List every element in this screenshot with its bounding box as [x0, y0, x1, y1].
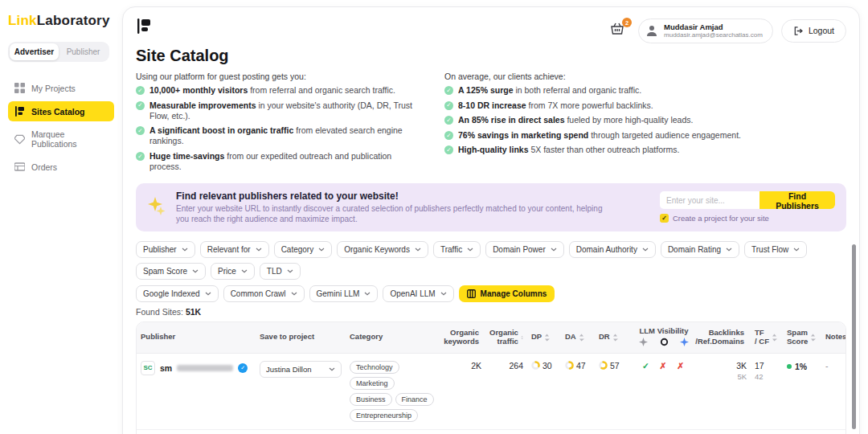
cart-button[interactable]: 2 [609, 21, 630, 40]
banner-controls: Find Publishers ✓ Create a project for y… [660, 191, 835, 223]
filter-tld[interactable]: TLD [260, 263, 301, 280]
gem-icon [14, 134, 25, 145]
col-header-organic-keywords[interactable]: Organic keywords [442, 322, 485, 353]
backlinks-cell: 3K5K [699, 353, 751, 429]
flag-icon [14, 106, 25, 117]
app-logo: LinkLaboratory [8, 13, 114, 29]
filter-price[interactable]: Price [211, 263, 255, 280]
green-check-icon: ✓ [444, 101, 453, 110]
sidebar-item-my-projects[interactable]: My Projects [8, 78, 114, 98]
filter-label: Domain Power [493, 245, 546, 254]
filter-common-crawl[interactable]: Common Crawl [223, 285, 305, 302]
category-pill: Business [350, 393, 392, 406]
toggle-publisher[interactable]: Publisher [59, 43, 108, 60]
benefit-item: ✓A 125% surge in both referral and organ… [444, 85, 846, 96]
user-info: Muddasir Amjad muddasir.amjad@searchatla… [664, 23, 763, 39]
manage-columns-button[interactable]: Manage Columns [459, 285, 555, 302]
benefits-right-list: ✓A 125% surge in both referral and organ… [444, 85, 846, 156]
green-check-icon: ✓ [136, 126, 145, 135]
sort-icon[interactable] [544, 334, 550, 342]
logout-button[interactable]: Logout [781, 19, 846, 43]
chevron-down-icon [287, 269, 293, 273]
green-check-icon: ✓ [444, 116, 453, 125]
benefit-text: 76% savings in marketing spend through t… [458, 130, 741, 141]
sparkle-icon [147, 195, 166, 219]
col-label: LLM Visibility [633, 327, 695, 336]
sort-icon[interactable] [521, 334, 523, 342]
notes-cell: - [821, 353, 846, 429]
col-header-notes: Notes [821, 322, 846, 353]
filter-domain-power[interactable]: Domain Power [485, 241, 564, 258]
chevron-down-icon [726, 248, 732, 252]
col-header-tf-cf[interactable]: TF / CF [751, 322, 783, 353]
find-publishers-button[interactable]: Find Publishers [760, 191, 835, 209]
publisher-name: sm [160, 363, 172, 373]
filter-label: OpenAI LLM [390, 289, 435, 298]
col-header-dr[interactable]: DR [595, 322, 628, 353]
green-check-icon: ✓ [444, 86, 453, 95]
filter-label: Relevant for [207, 245, 251, 254]
sort-icon[interactable] [772, 334, 777, 342]
sort-icon[interactable] [579, 334, 584, 342]
user-menu[interactable]: Muddasir Amjad muddasir.amjad@searchatla… [638, 18, 773, 43]
col-header-dp[interactable]: DP [527, 322, 561, 353]
sort-icon[interactable] [612, 334, 618, 342]
category-pill: Technology [350, 361, 399, 374]
filter-spam-score[interactable]: Spam Score [136, 263, 206, 280]
category-pill: Entrepreneurship [350, 409, 418, 422]
grok-icon [639, 338, 648, 348]
col-label: Backlinks /Ref.Domains [695, 329, 744, 346]
filter-organic-keywords[interactable]: Organic Keywords [337, 241, 428, 258]
filter-relevant-for[interactable]: Relevant for [200, 241, 269, 258]
col-header-spam-score[interactable]: Spam Score [783, 322, 821, 353]
site-url-input[interactable] [660, 191, 760, 209]
sidebar-item-label: Marquee Publications [31, 129, 108, 149]
filter-gemini-llm[interactable]: Gemini LLM [309, 285, 379, 302]
sidebar-item-orders[interactable]: Orders [8, 157, 114, 177]
grid-icon [14, 83, 25, 93]
publisher-cell[interactable]: SCsm✓ [141, 361, 252, 375]
llm-check-icon: ✓ [642, 361, 649, 371]
filter-domain-rating[interactable]: Domain Rating [661, 241, 739, 258]
flag-logo-icon [136, 18, 154, 38]
chevron-down-icon [241, 269, 248, 273]
col-header-da[interactable]: DA [561, 322, 595, 353]
sidebar-item-sites-catalog[interactable]: Sites Catalog [8, 101, 114, 121]
save-to-project-dropdown[interactable]: Justina Dillon [260, 361, 342, 378]
col-label: DR [599, 333, 610, 342]
chevron-down-icon [256, 248, 262, 252]
user-email: muddasir.amjad@searchatlas.com [664, 31, 763, 39]
sidebar-item-label: Sites Catalog [31, 107, 85, 117]
filter-publisher[interactable]: Publisher [136, 241, 195, 258]
sort-icon[interactable] [810, 334, 816, 342]
found-sites: Found Sites: 51K [136, 307, 846, 317]
filter-category[interactable]: Category [274, 241, 333, 258]
col-header-backlinks-ref-domains[interactable]: Backlinks /Ref.Domains [699, 322, 751, 353]
filter-trust-flow[interactable]: Trust Flow [744, 241, 807, 258]
toggle-advertiser[interactable]: Advertiser [10, 43, 59, 60]
col-header-organic-traffic[interactable]: Organic traffic [485, 322, 527, 353]
topbar-controls: 2 Muddasir Amjad muddasir.amjad@searchat… [609, 18, 846, 43]
logo-part-laboratory: Laboratory [37, 13, 110, 28]
checkbox-checked-icon[interactable]: ✓ [660, 214, 669, 223]
table-row: SCsm✓Justina DillonTechnologyMarketingBu… [137, 353, 846, 429]
create-project-checkbox-row[interactable]: ✓ Create a project for your site [660, 214, 835, 223]
filter-google-indexed[interactable]: Google Indexed [136, 285, 219, 302]
col-label: Category [350, 333, 383, 342]
filter-domain-authority[interactable]: Domain Authority [569, 241, 656, 258]
role-toggle: Advertiser Publisher [8, 42, 109, 62]
columns-icon [467, 289, 476, 298]
category-pill: Marketing [350, 377, 395, 390]
banner-title: Find relevant publishers related to your… [176, 190, 650, 202]
filter-traffic[interactable]: Traffic [433, 241, 481, 258]
filter-openai-llm[interactable]: OpenAI LLM [383, 285, 453, 302]
vertical-scrollbar[interactable] [852, 244, 856, 429]
category-cell: TechnologyMarketingBusinessFinanceEntrep… [350, 361, 438, 422]
sidebar-item-marquee-publications[interactable]: Marquee Publications [8, 125, 114, 154]
benefit-text: High-quality links 5X faster than other … [458, 145, 679, 155]
green-check-icon: ✓ [444, 131, 453, 140]
col-label: Publisher [141, 333, 175, 342]
organic-traffic-value: 264 [485, 353, 527, 429]
found-sites-label: Found Sites: [136, 307, 183, 317]
benefits-left-list: ✓10,000+ monthly visitors from referral … [136, 85, 425, 172]
